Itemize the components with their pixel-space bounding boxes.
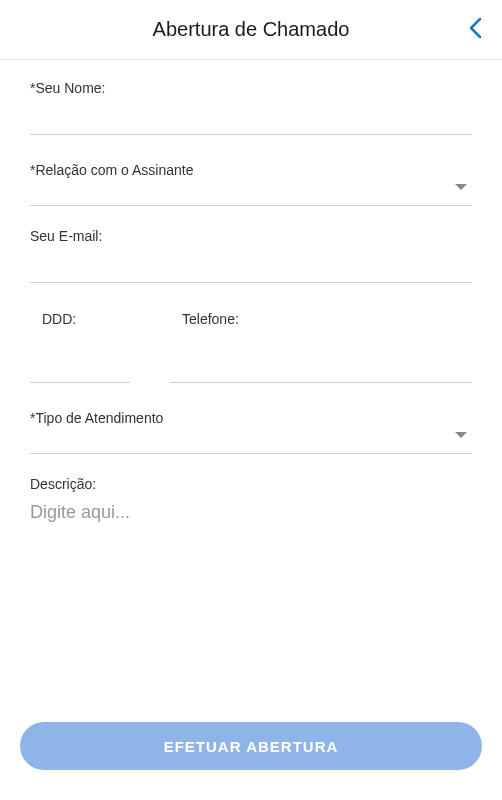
relation-field-group: *Relação com o Assinante <box>30 157 472 206</box>
service-type-select[interactable]: *Tipo de Atendimento <box>30 405 472 454</box>
description-textarea[interactable] <box>30 502 472 565</box>
name-label: *Seu Nome: <box>30 80 472 96</box>
email-input-wrapper[interactable]: Seu E-mail: <box>30 228 472 283</box>
chevron-down-icon <box>454 179 468 197</box>
service-type-label: *Tipo de Atendimento <box>30 410 163 426</box>
form-content: *Seu Nome: *Relação com o Assinante Seu … <box>0 60 502 589</box>
chevron-down-icon <box>454 427 468 445</box>
ddd-label: DDD: <box>30 311 130 327</box>
name-field-group: *Seu Nome: <box>30 80 472 135</box>
phone-row: DDD: Telefone: <box>30 311 472 383</box>
description-field-group: Descrição: <box>30 476 472 569</box>
service-type-field-group: *Tipo de Atendimento <box>30 405 472 454</box>
back-icon[interactable] <box>468 17 482 43</box>
ddd-input[interactable] <box>30 353 130 383</box>
email-field-group: Seu E-mail: <box>30 228 472 283</box>
email-label: Seu E-mail: <box>30 228 472 244</box>
page-title: Abertura de Chamado <box>153 18 350 41</box>
phone-input[interactable] <box>170 353 472 383</box>
relation-select[interactable]: *Relação com o Assinante <box>30 157 472 206</box>
phone-field-group: Telefone: <box>170 311 472 383</box>
submit-button[interactable]: EFETUAR ABERTURA <box>20 722 482 770</box>
ddd-field-group: DDD: <box>30 311 130 383</box>
relation-label: *Relação com o Assinante <box>30 162 193 178</box>
name-input-wrapper[interactable]: *Seu Nome: <box>30 80 472 135</box>
header: Abertura de Chamado <box>0 0 502 60</box>
description-label: Descrição: <box>30 476 472 492</box>
phone-label: Telefone: <box>170 311 472 327</box>
